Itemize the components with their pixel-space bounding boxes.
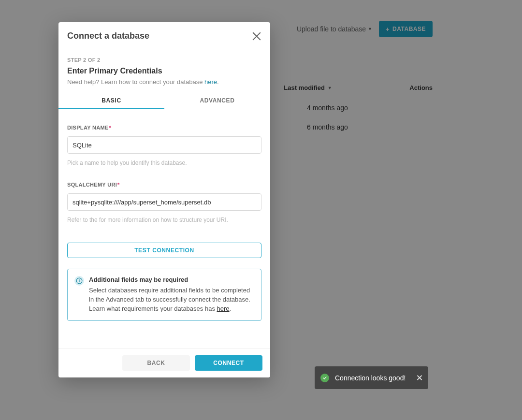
- credentials-title: Enter Primary Credentials: [67, 67, 261, 75]
- help-link[interactable]: here: [204, 78, 217, 86]
- display-name-input[interactable]: [67, 136, 261, 154]
- display-name-hint: Pick a name to help you identify this da…: [67, 159, 261, 166]
- modal-title: Connect a database: [67, 31, 149, 41]
- connect-database-modal: Connect a database STEP 2 OF 2 Enter Pri…: [58, 22, 270, 377]
- help-line: Need help? Learn how to connect your dat…: [67, 78, 261, 86]
- test-connection-button[interactable]: TEST CONNECTION: [67, 243, 261, 258]
- display-name-label: DISPLAY NAME*: [67, 125, 261, 130]
- info-here-link[interactable]: here: [217, 305, 230, 312]
- toast-close-icon[interactable]: [416, 375, 422, 381]
- info-title: Additional fields may be required: [89, 276, 254, 283]
- back-button[interactable]: BACK: [122, 355, 190, 371]
- close-icon[interactable]: [252, 31, 261, 41]
- modal-header: Connect a database: [58, 22, 270, 50]
- modal-intro: STEP 2 OF 2 Enter Primary Credentials Ne…: [58, 50, 270, 91]
- sqlalchemy-uri-input[interactable]: [67, 193, 261, 211]
- step-label: STEP 2 OF 2: [67, 57, 261, 63]
- help-prefix: Need help? Learn how to connect your dat…: [67, 78, 204, 86]
- toast-message: Connection looks good!: [335, 374, 410, 382]
- info-body-suffix: .: [230, 305, 232, 312]
- form-area: DISPLAY NAME* Pick a name to help you id…: [58, 109, 270, 321]
- tab-basic[interactable]: BASIC: [58, 91, 164, 109]
- connect-button[interactable]: CONNECT: [195, 355, 262, 371]
- check-icon: [320, 374, 329, 382]
- tabs: BASIC ADVANCED: [58, 91, 270, 109]
- svg-rect-1: [79, 280, 79, 282]
- modal-footer: BACK CONNECT: [58, 348, 270, 377]
- success-toast: Connection looks good!: [315, 366, 428, 389]
- info-box: Additional fields may be required Select…: [67, 269, 261, 321]
- info-icon: [74, 276, 84, 286]
- sqlalchemy-uri-label: SQLALCHEMY URI*: [67, 182, 261, 188]
- modal-body: STEP 2 OF 2 Enter Primary Credentials Ne…: [58, 50, 270, 348]
- sqlalchemy-uri-hint: Refer to the for more information on how…: [67, 217, 261, 223]
- help-suffix: .: [217, 78, 219, 86]
- tab-advanced[interactable]: ADVANCED: [164, 91, 270, 109]
- svg-rect-2: [79, 279, 79, 280]
- info-text: Select databases require additional fiel…: [89, 286, 254, 314]
